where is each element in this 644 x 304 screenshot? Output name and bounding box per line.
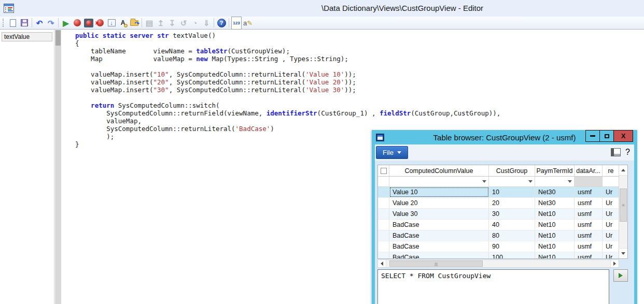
run-icon[interactable]: ▶ bbox=[60, 18, 72, 28]
table-row[interactable]: BadCase80Net10usmfUr bbox=[378, 230, 627, 241]
dropdown-arrow-icon[interactable] bbox=[568, 180, 572, 183]
maximize-button[interactable] bbox=[599, 130, 614, 142]
close-button[interactable]: X bbox=[613, 130, 633, 142]
execute-query-button[interactable] bbox=[613, 269, 628, 282]
table-cell[interactable]: usmf bbox=[575, 252, 603, 259]
table-cell[interactable]: Ur bbox=[603, 220, 620, 230]
check-in-icon[interactable]: ↧ bbox=[166, 18, 178, 28]
sql-query-input[interactable]: SELECT * FROM CustGroupView bbox=[377, 269, 609, 304]
table-cell[interactable]: 20 bbox=[489, 198, 535, 208]
table-cell[interactable]: Net10 bbox=[535, 252, 575, 259]
file-menu-button[interactable]: File bbox=[376, 146, 408, 159]
table-cell[interactable]: usmf bbox=[575, 241, 603, 252]
scrollbar-thumb[interactable] bbox=[55, 30, 61, 46]
table-row[interactable]: BadCase90Net10usmfUr bbox=[378, 241, 627, 252]
help-icon[interactable]: ? bbox=[216, 18, 227, 28]
toggle-breakpoint-icon[interactable] bbox=[83, 18, 94, 28]
row-select-cell[interactable] bbox=[378, 187, 389, 197]
undo-checkout-icon[interactable]: ↺ bbox=[178, 18, 189, 28]
method-list-panel[interactable]: textValue bbox=[0, 30, 54, 304]
row-select-cell[interactable] bbox=[378, 252, 389, 259]
scroll-left-arrow[interactable] bbox=[378, 260, 386, 267]
table-row[interactable]: Value 2020Net30usmfUr bbox=[378, 198, 627, 209]
table-browser-titlebar[interactable]: Table browser: CustGroupView (2 - usmf) … bbox=[375, 130, 634, 144]
table-cell[interactable]: BadCase bbox=[389, 252, 489, 259]
grid-column-header[interactable]: re bbox=[603, 165, 620, 176]
scroll-right-arrow[interactable] bbox=[610, 260, 619, 267]
table-cell[interactable]: Ur bbox=[603, 209, 620, 219]
insert-template-icon[interactable]: ↓ bbox=[106, 18, 117, 28]
remove-breakpoints-icon[interactable]: ✕ bbox=[94, 18, 106, 28]
table-cell[interactable]: Ur bbox=[603, 241, 620, 252]
table-row[interactable]: Value 3030Net10usmfUr bbox=[378, 209, 627, 220]
table-cell[interactable]: Ur bbox=[603, 187, 620, 197]
history-icon[interactable]: ◔ bbox=[189, 18, 201, 28]
add-to-version-control-icon[interactable]: ▤ bbox=[144, 18, 155, 28]
get-latest-icon[interactable]: ⇓ bbox=[201, 18, 212, 28]
open-new-window-icon[interactable]: ↷ bbox=[129, 18, 140, 28]
row-select-cell[interactable] bbox=[378, 198, 389, 208]
table-row[interactable]: Value 1010Net30usmfUr bbox=[378, 187, 627, 198]
grid-column-header[interactable]: ComputedColumnValue bbox=[389, 165, 489, 176]
row-select-cell[interactable] bbox=[378, 241, 389, 252]
grid-filter-cell[interactable] bbox=[489, 177, 535, 186]
select-all-checkbox[interactable] bbox=[381, 168, 387, 174]
table-cell[interactable]: Net10 bbox=[535, 230, 575, 241]
grid-select-all-cell[interactable] bbox=[378, 165, 389, 176]
grid-filter-cell[interactable] bbox=[389, 177, 489, 186]
grid-vertical-scrollbar[interactable]: ≡ bbox=[619, 165, 627, 258]
table-cell[interactable]: usmf bbox=[575, 230, 603, 241]
grid-column-header[interactable]: PaymTermId bbox=[535, 165, 575, 176]
table-cell[interactable]: Value 30 bbox=[389, 209, 489, 219]
table-cell[interactable]: BadCase bbox=[389, 241, 489, 252]
toolbar-drag-handle[interactable] bbox=[3, 19, 6, 27]
lookup-properties-icon[interactable]: A bbox=[117, 18, 129, 28]
redo-icon[interactable]: ↷ bbox=[45, 18, 57, 28]
table-cell[interactable]: usmf bbox=[575, 198, 603, 208]
table-cell[interactable]: Net30 bbox=[535, 198, 575, 208]
grid-column-header[interactable]: CustGroup bbox=[489, 165, 535, 176]
scripts-icon[interactable]: a✎ bbox=[242, 18, 254, 28]
table-cell[interactable]: 30 bbox=[489, 209, 535, 219]
table-cell[interactable]: BadCase bbox=[389, 220, 489, 230]
help-icon[interactable]: ? bbox=[625, 148, 630, 157]
table-cell[interactable]: Value 20 bbox=[389, 198, 489, 208]
table-row[interactable]: BadCase100Net10usmfUr bbox=[378, 252, 627, 259]
scrollbar-thumb[interactable]: ||| bbox=[389, 260, 483, 267]
table-cell[interactable]: Ur bbox=[603, 252, 620, 259]
breakpoint-icon[interactable] bbox=[72, 18, 83, 28]
method-list-scrollbar[interactable] bbox=[55, 30, 61, 304]
grid-filter-cell[interactable] bbox=[535, 177, 575, 186]
table-cell[interactable]: 10 bbox=[489, 187, 535, 197]
minimize-button[interactable] bbox=[585, 130, 600, 142]
row-select-cell[interactable] bbox=[378, 230, 389, 241]
table-cell[interactable]: 40 bbox=[489, 220, 535, 230]
table-row[interactable]: BadCase40Net10usmfUr bbox=[378, 220, 627, 230]
table-cell[interactable]: Net10 bbox=[535, 220, 575, 230]
grid-column-header[interactable]: dataAr... bbox=[575, 165, 603, 176]
undo-icon[interactable]: ↶ bbox=[34, 18, 45, 28]
table-cell[interactable]: Net30 bbox=[535, 187, 575, 197]
row-select-cell[interactable] bbox=[378, 209, 389, 219]
table-cell[interactable]: Ur bbox=[603, 198, 620, 208]
dropdown-arrow-icon[interactable] bbox=[528, 180, 533, 183]
table-cell[interactable]: 80 bbox=[489, 230, 535, 241]
table-cell[interactable]: 90 bbox=[489, 241, 535, 252]
table-cell[interactable]: usmf bbox=[575, 220, 603, 230]
row-select-cell[interactable] bbox=[378, 220, 389, 230]
line-numbers-icon[interactable]: 123 bbox=[231, 18, 242, 28]
grid-horizontal-scrollbar[interactable]: ||| bbox=[377, 259, 619, 268]
check-out-icon[interactable]: ↥ bbox=[155, 18, 166, 28]
table-cell[interactable]: usmf bbox=[575, 209, 603, 219]
table-cell[interactable]: usmf bbox=[575, 187, 603, 197]
scrollbar-thumb[interactable]: ≡ bbox=[620, 189, 627, 222]
table-cell[interactable]: Net10 bbox=[535, 241, 575, 252]
table-cell[interactable]: Net10 bbox=[535, 209, 575, 219]
save-icon[interactable] bbox=[19, 18, 30, 28]
layout-pane-icon[interactable] bbox=[611, 148, 621, 156]
dropdown-arrow-icon[interactable] bbox=[482, 180, 486, 183]
new-document-icon[interactable] bbox=[7, 18, 19, 28]
table-cell[interactable]: Ur bbox=[603, 230, 620, 241]
table-cell[interactable]: BadCase bbox=[389, 230, 489, 241]
table-cell[interactable]: 100 bbox=[489, 252, 535, 259]
